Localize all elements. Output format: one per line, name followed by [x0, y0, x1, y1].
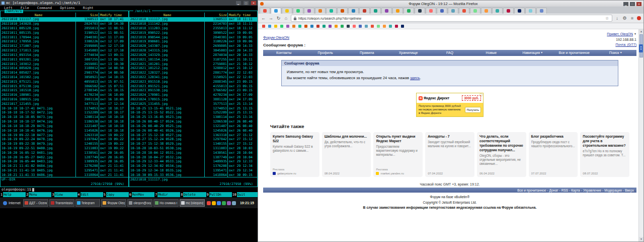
browser-tab[interactable]	[404, 8, 414, 14]
file-row[interactable]: 20221023_091510.jpg2888345окт 23 09:15	[129, 79, 257, 84]
browser-tab[interactable]	[348, 8, 359, 14]
taskbar-button[interactable]: Форум OlegON -...	[101, 199, 126, 207]
file-row[interactable]: 10-10-29 12-34-18 0535.jpg1395471окт 29 …	[129, 168, 257, 173]
browser-close-button[interactable]: ×	[636, 2, 641, 6]
tray-icon[interactable]	[232, 201, 236, 205]
scroll-up-arrow-icon[interactable]: ▲	[639, 29, 643, 34]
file-row[interactable]: 20221013_093154.jpg2774034окт 13 09:31	[1, 53, 128, 57]
browser-tab[interactable]	[514, 8, 525, 14]
file-row[interactable]: 10-10-27 15-12-10 0527.jpg1363318окт 27 …	[129, 133, 257, 137]
bookmark-favicon[interactable]	[371, 25, 374, 28]
file-row[interactable]: 10-10-20 16-05-27 0482.jpg1287749окт 20 …	[1, 155, 128, 159]
fkey-mkdir[interactable]: 7Mkdir	[154, 192, 180, 197]
bookmark-favicon[interactable]	[298, 25, 301, 28]
file-list[interactable]: 20221018_111117.jpg1360513окт 18 11:1120…	[129, 17, 257, 177]
mc-command-line[interactable]: olegon@oops:1$	[0, 187, 258, 192]
file-row[interactable]: 20221018_111203.jpg2355013окт 18 11:12	[129, 26, 257, 31]
file-list[interactable]: 20221010_111117.jpg1360513окт 10 17:4120…	[1, 17, 128, 177]
close-button[interactable]: ×	[251, 1, 256, 5]
bookmark-favicon[interactable]	[304, 25, 307, 28]
taskbar-button[interactable]: ДДТ - Осень ЮН...	[23, 199, 48, 207]
breadcrumb-forum-link[interactable]: Форум OlegON	[263, 35, 289, 40]
fkey-renmov[interactable]: 6RenMov	[129, 192, 154, 197]
forum-nav-item[interactable]: Правила	[346, 51, 387, 54]
file-row[interactable]: 10-10-19 09-22-38 0479.jpg1240155окт 19 …	[1, 142, 128, 146]
yandex-direct-ad[interactable]: Я Яндекс Директ 3000 руб. ⓘ Получите про…	[416, 93, 484, 117]
mc-menu-right[interactable]: Right	[83, 6, 94, 10]
tray-icon[interactable]	[222, 201, 226, 205]
fkey-pulldn[interactable]: 9PullDn	[206, 192, 232, 197]
file-row[interactable]: 10-10-29 12-34-02 0534.jpg1376208окт 29 …	[129, 164, 257, 168]
bookmark-favicon[interactable]	[286, 25, 289, 28]
mc-menu-command[interactable]: Command	[37, 6, 52, 10]
file-row[interactable]: 20221015_075121.jpg4055013окт 15 07:51	[1, 79, 128, 84]
quick-scroll-widget[interactable]: ▲▼	[639, 44, 643, 52]
taskbar-button[interactable]: olegon@oops:~/...	[127, 199, 152, 207]
recommendation-card[interactable]: Открыть пункт выдачи Яндекс МаркетПредос…	[373, 132, 423, 177]
file-row[interactable]: 20221014_085020.jpg3188012окт 14 08:50	[1, 66, 128, 71]
file-row[interactable]: 10-10-18 10-18-05 0473.jpg1208114окт 18 …	[1, 115, 128, 119]
file-row[interactable]: 10-10-25 13-16-05 0523.jpg1308114окт 25 …	[129, 115, 257, 119]
panel-path[interactable]: /mnt/e/1	[133, 10, 152, 13]
file-row[interactable]: 20221018_111117.jpg1360513окт 18 11:11	[129, 17, 257, 22]
bookmark-favicon[interactable]	[329, 25, 332, 28]
tray-icon[interactable]	[227, 201, 231, 205]
bookmark-favicon[interactable]	[280, 25, 283, 28]
recommendation-card[interactable]: Шаблоны для молочни...Да, действительно,…	[322, 132, 371, 177]
fkey-view[interactable]: 3View	[51, 192, 77, 197]
bookmark-favicon[interactable]	[395, 25, 398, 28]
minimize-button[interactable]: ▁	[236, 1, 241, 5]
file-row[interactable]: 10-10-19 09-22-24 0478.jpg1197842окт 19 …	[1, 137, 128, 142]
panel-path[interactable]: /mnt/e/1	[5, 10, 23, 13]
browser-tab[interactable]	[503, 8, 514, 14]
taskbar-button[interactable]: mc [olegon@oop...	[180, 199, 205, 207]
file-row[interactable]: 20221019_090601.jpg3108226окт 19 09:06	[129, 39, 257, 44]
file-row[interactable]: 20221013_093201.jpg3007255окт 13 09:32	[1, 57, 128, 62]
user-greeting-link[interactable]: Привет, OlegON	[607, 32, 633, 36]
tray-icon[interactable]	[212, 201, 216, 205]
file-row[interactable]: 20221020_143329.jpg2874034окт 20 14:33	[129, 53, 257, 57]
file-row[interactable]: 20221014_101502.jpg3050921окт 14 10:15	[1, 75, 128, 80]
browser-tab[interactable]	[392, 8, 403, 14]
browser-tab[interactable]	[415, 8, 425, 14]
bookmark-favicon[interactable]	[323, 25, 326, 28]
footer-link[interactable]: RSS	[561, 189, 568, 192]
file-row[interactable]: 10-10-26 08-40-41 0526.jpg1245026окт 26 …	[129, 128, 257, 133]
home-icon[interactable]: ⌂	[283, 16, 289, 21]
file-row[interactable]: 20221022_120341.jpg3150921окт 22 12:03	[129, 75, 257, 80]
file-row[interactable]: 20221013_103012.jpg2659881окт 13 10:30	[1, 62, 128, 66]
tray-icon[interactable]	[207, 201, 211, 205]
browser-tab[interactable]	[448, 8, 458, 14]
recommendation-card[interactable]: Что делать, если соответствующий требова…	[477, 132, 526, 177]
recommendation-card[interactable]: Посоветуйте программу для учета в строит…	[580, 132, 629, 177]
file-row[interactable]: 20221019_090544.jpg2840301окт 19 09:05	[129, 35, 257, 39]
bookmark-star-icon[interactable]: ☆	[604, 16, 610, 21]
file-row[interactable]: 20221011_085128.jpg2855013окт 11 08:51	[1, 26, 128, 31]
file-row[interactable]: 10-10-19 09-22-10 0477.jpg1263318окт 19 …	[1, 133, 128, 137]
file-row[interactable]: 20221011_085135.jpg3190522окт 11 08:51	[1, 30, 128, 35]
browser-tab[interactable]	[492, 8, 503, 14]
browser-tab[interactable]	[304, 8, 314, 14]
browser-tab[interactable]	[437, 8, 447, 14]
file-row[interactable]: 20221010_111117.jpg1360513окт 10 17:41	[1, 17, 128, 22]
footer-link[interactable]: Все и прочитанное	[517, 189, 546, 192]
footer-link[interactable]: Управление	[583, 189, 601, 192]
file-row[interactable]: 10-10-18 10-17-52 0472.jpg1152209окт 18 …	[1, 110, 128, 115]
forum-nav-item[interactable]: Навигация ▼	[512, 51, 553, 54]
bookmark-favicon[interactable]	[389, 25, 392, 28]
file-row[interactable]: 20221024_170915.jpg3881120окт 24 17:09	[129, 97, 257, 102]
back-icon[interactable]: ←	[261, 16, 266, 21]
ad-get-button[interactable]: Получить	[465, 107, 481, 113]
forum-nav-item[interactable]: Новые	[470, 51, 512, 54]
file-row[interactable]: 10-10-25 13-15-52 0522.jpg1252209окт 25 …	[129, 110, 257, 115]
reload-icon[interactable]: ↻	[276, 16, 281, 21]
browser-tab[interactable]	[293, 8, 303, 14]
browser-tab[interactable]	[459, 8, 469, 14]
file-row[interactable]: 10-10-20 16-05-12 0481.jpg1330561окт 20 …	[1, 150, 128, 155]
file-row[interactable]: 20221015_075130.jpg3866502окт 15 07:51	[1, 84, 128, 88]
browser-tab[interactable]	[282, 8, 292, 14]
ad-info-icon[interactable]: ⓘ	[479, 93, 482, 97]
taskbar-start-menu[interactable]: Internet	[2, 201, 22, 205]
browser-tab[interactable]	[426, 8, 436, 14]
file-row[interactable]: 20221016_180901.jpg4170234окт 16 18:09	[1, 93, 128, 97]
